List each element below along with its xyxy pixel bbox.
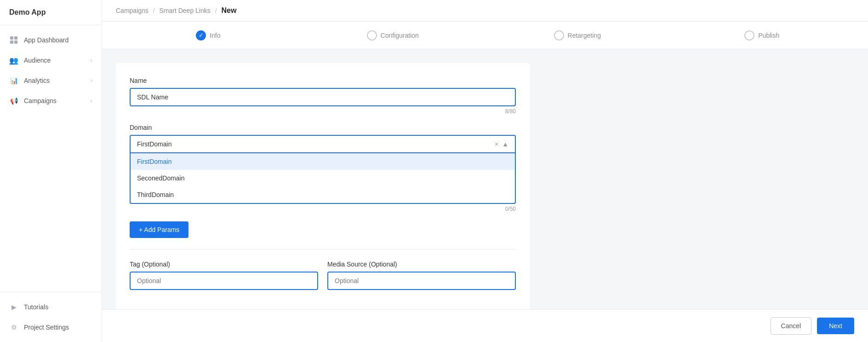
domain-label: Domain xyxy=(130,124,516,131)
sidebar-item-project-settings[interactable]: ⚙ Project Settings xyxy=(0,317,102,337)
chevron-right-icon: › xyxy=(91,57,92,64)
step-configuration[interactable]: Configuration xyxy=(301,30,485,41)
tag-field-group: Tag (Optional) xyxy=(130,261,318,290)
check-icon: ✓ xyxy=(199,32,204,39)
sidebar-item-tutorials[interactable]: ▶ Tutorials xyxy=(0,297,102,317)
megaphone-icon: 📢 xyxy=(9,96,18,105)
breadcrumb-sep-2: / xyxy=(215,7,217,14)
step-retargeting[interactable]: Retargeting xyxy=(485,30,670,41)
name-input[interactable] xyxy=(130,88,516,106)
step-publish[interactable]: Publish xyxy=(670,30,855,41)
name-field-group: Name 8/80 xyxy=(130,77,516,115)
cancel-button[interactable]: Cancel xyxy=(771,317,812,335)
clear-icon[interactable]: × xyxy=(495,140,498,148)
breadcrumb: Campaigns / Smart Deep Links / New xyxy=(102,0,868,22)
step-circle-info: ✓ xyxy=(196,30,206,41)
tag-label: Tag (Optional) xyxy=(130,261,318,268)
play-icon: ▶ xyxy=(9,302,18,312)
form-divider xyxy=(130,249,516,249)
steps-bar: ✓ Info Configuration Retargeting Publish xyxy=(102,22,868,49)
sidebar-label-audience: Audience xyxy=(24,57,91,64)
step-info[interactable]: ✓ Info xyxy=(116,30,301,41)
sidebar-label-app-dashboard: App Dashboard xyxy=(24,36,92,44)
sidebar-item-campaigns[interactable]: 📢 Campaigns › xyxy=(0,91,102,111)
step-circle-configuration xyxy=(367,30,377,41)
sidebar-bottom: ▶ Tutorials ⚙ Project Settings xyxy=(0,292,102,342)
main-content: Campaigns / Smart Deep Links / New ✓ Inf… xyxy=(102,0,868,342)
sidebar-label-project-settings: Project Settings xyxy=(24,324,92,331)
media-source-input[interactable] xyxy=(327,272,516,290)
domain-dropdown-menu: FirstDomain SeconedDomain ThirdDomain xyxy=(130,153,516,204)
domain-option-first[interactable]: FirstDomain xyxy=(131,153,515,170)
sidebar: Demo App App Dashboard 👥 Audience › 📊 An… xyxy=(0,0,102,342)
footer: Cancel Next xyxy=(102,309,868,342)
breadcrumb-sep-1: / xyxy=(153,7,155,14)
chevron-right-icon-analytics: › xyxy=(91,77,92,84)
name-label: Name xyxy=(130,77,516,84)
form-card: Name 8/80 Domain FirstDomain × ▲ xyxy=(116,63,530,309)
people-icon: 👥 xyxy=(9,56,18,65)
dropdown-actions: × ▲ xyxy=(495,140,508,148)
media-source-label: Media Source (Optional) xyxy=(327,261,516,268)
step-label-retargeting: Retargeting xyxy=(568,32,601,39)
next-button[interactable]: Next xyxy=(817,318,854,334)
domain-selected-text: FirstDomain xyxy=(137,140,495,148)
sidebar-label-campaigns: Campaigns xyxy=(24,97,91,104)
domain-dropdown: FirstDomain × ▲ FirstDomain SeconedDomai… xyxy=(130,135,516,204)
sidebar-label-analytics: Analytics xyxy=(24,77,91,84)
grid-icon xyxy=(9,35,18,45)
media-source-field-group: Media Source (Optional) xyxy=(327,261,516,290)
chevron-right-icon-campaigns: › xyxy=(91,98,92,104)
sidebar-item-analytics[interactable]: 📊 Analytics › xyxy=(0,70,102,91)
add-params-label: + Add Params xyxy=(139,226,179,233)
sidebar-label-tutorials: Tutorials xyxy=(24,303,92,311)
chevron-up-icon[interactable]: ▲ xyxy=(502,140,508,148)
app-name: Demo App xyxy=(0,0,102,25)
sidebar-item-app-dashboard[interactable]: App Dashboard xyxy=(0,30,102,50)
domain-option-second[interactable]: SeconedDomain xyxy=(131,170,515,186)
breadcrumb-new: New xyxy=(221,6,236,14)
gear-icon: ⚙ xyxy=(9,323,18,332)
breadcrumb-campaigns[interactable]: Campaigns xyxy=(116,7,148,14)
step-label-publish: Publish xyxy=(758,32,779,39)
breadcrumb-smart-deep-links[interactable]: Smart Deep Links xyxy=(160,7,211,14)
step-label-info: Info xyxy=(210,32,220,39)
optional-fields-row: Tag (Optional) Media Source (Optional) xyxy=(130,261,516,299)
form-area: Name 8/80 Domain FirstDomain × ▲ xyxy=(102,49,868,309)
domain-field-group: Domain FirstDomain × ▲ FirstDomain Secon… xyxy=(130,124,516,212)
domain-option-third[interactable]: ThirdDomain xyxy=(131,186,515,203)
step-circle-retargeting xyxy=(554,30,564,41)
step-label-configuration: Configuration xyxy=(381,32,419,39)
sidebar-item-audience[interactable]: 👥 Audience › xyxy=(0,50,102,70)
domain-selected[interactable]: FirstDomain × ▲ xyxy=(130,135,516,153)
tag-input[interactable] xyxy=(130,272,318,290)
name-char-count: 8/80 xyxy=(130,108,516,115)
step-circle-publish xyxy=(744,30,754,41)
domain-char-count: 0/50 xyxy=(130,206,516,212)
add-params-button[interactable]: + Add Params xyxy=(130,221,188,238)
sidebar-nav: App Dashboard 👥 Audience › 📊 Analytics ›… xyxy=(0,25,102,292)
chart-icon: 📊 xyxy=(9,76,18,85)
